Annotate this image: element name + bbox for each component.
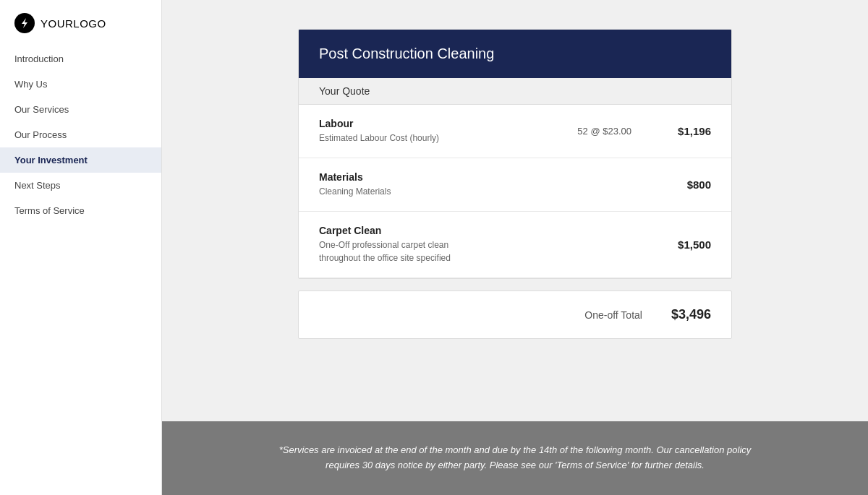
quote-row-left-labour: LabourEstimated Labour Cost (hourly) (319, 118, 548, 145)
total-amount: $3,496 (671, 307, 711, 322)
sidebar-item-why-us[interactable]: Why Us (0, 72, 161, 97)
quote-row-desc-materials: Cleaning Materials (319, 185, 660, 198)
svg-marker-0 (22, 18, 27, 28)
quote-row-title-materials: Materials (319, 171, 660, 183)
sidebar-item-your-investment[interactable]: Your Investment (0, 147, 161, 173)
sidebar-item-next-steps[interactable]: Next Steps (0, 173, 161, 198)
sidebar: YOURLOGO IntroductionWhy UsOur ServicesO… (0, 0, 162, 495)
sidebar-item-our-services[interactable]: Our Services (0, 97, 161, 122)
app-container: YOURLOGO IntroductionWhy UsOur ServicesO… (0, 0, 868, 495)
quote-row-left-carpet-clean: Carpet CleanOne-Off professional carpet … (319, 225, 660, 264)
quote-row-amount-materials: $800 (660, 178, 711, 191)
quote-row-meta-labour: 52 @ $23.00 (577, 126, 631, 137)
quote-row-amount-labour: $1,196 (660, 125, 711, 137)
quote-header: Post Construction Cleaning (299, 30, 731, 78)
logo: YOURLOGO (0, 0, 161, 46)
quote-row-materials: MaterialsCleaning Materials$800 (299, 158, 731, 212)
quote-section-header: Your Quote (299, 78, 731, 105)
footer-text: *Services are invoiced at the end of the… (262, 443, 768, 473)
quote-row-title-labour: Labour (319, 118, 548, 129)
total-label: One-off Total (584, 309, 642, 321)
sidebar-item-our-process[interactable]: Our Process (0, 122, 161, 147)
quote-body: Your Quote LabourEstimated Labour Cost (… (299, 78, 731, 278)
quote-row-carpet-clean: Carpet CleanOne-Off professional carpet … (299, 212, 731, 278)
sidebar-nav: IntroductionWhy UsOur ServicesOur Proces… (0, 46, 161, 223)
quote-row-left-materials: MaterialsCleaning Materials (319, 171, 660, 198)
quote-row-labour: LabourEstimated Labour Cost (hourly)52 @… (299, 105, 731, 158)
quote-total-card: One-off Total $3,496 (298, 290, 732, 339)
sidebar-item-introduction[interactable]: Introduction (0, 46, 161, 72)
content-area: Post Construction Cleaning Your Quote La… (162, 0, 868, 421)
footer: *Services are invoiced at the end of the… (162, 421, 868, 495)
sidebar-item-terms-of-service[interactable]: Terms of Service (0, 198, 161, 223)
quote-row-amount-carpet-clean: $1,500 (660, 238, 711, 251)
logo-icon (14, 13, 35, 33)
quote-row-desc-labour: Estimated Labour Cost (hourly) (319, 132, 548, 145)
quote-row-desc-carpet-clean: One-Off professional carpet clean throug… (319, 238, 660, 264)
main-content: Post Construction Cleaning Your Quote La… (162, 0, 868, 495)
quote-row-title-carpet-clean: Carpet Clean (319, 225, 660, 236)
quote-card: Post Construction Cleaning Your Quote La… (298, 29, 732, 279)
quote-title: Post Construction Cleaning (319, 46, 494, 61)
logo-text: YOURLOGO (41, 17, 106, 30)
